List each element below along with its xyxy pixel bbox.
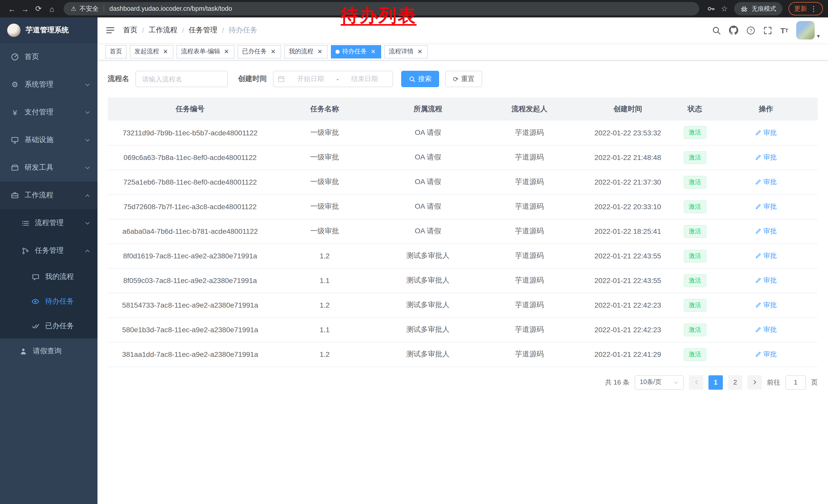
github-icon[interactable] [729,26,738,35]
sidebar-item-label: 系统管理 [25,80,53,89]
task-name-cell: 一级审批 [273,170,377,194]
update-chip[interactable]: 更新 ⋮ [788,2,823,15]
sidebar-item-done-tasks[interactable]: 已办任务 [0,314,97,338]
approve-button[interactable]: 审批 [755,128,777,137]
tab-close-icon[interactable] [162,48,169,55]
end-date-placeholder[interactable]: 结束日期 [341,74,388,84]
created-time-cell: 2022-01-21 22:42:23 [580,293,676,317]
table-row[interactable]: a6aba0a4-7b6d-11ec-b781-acde48001122 一级审… [108,219,818,243]
sidebar-item-process-mgmt[interactable]: 流程管理 [0,209,97,237]
fullscreen-icon[interactable] [763,26,772,35]
sidebar-item-task-mgmt[interactable]: 任务管理 [0,237,97,265]
breadcrumb-workflow[interactable]: 工作流程 [149,26,177,35]
avatar[interactable] [796,21,815,40]
status-badge: 激活 [684,274,706,287]
approve-button[interactable]: 审批 [755,153,777,162]
approve-button[interactable]: 审批 [755,301,777,310]
user-menu[interactable]: ▾ [796,21,820,40]
search-button[interactable]: 搜索 [401,71,439,87]
page-button-1[interactable]: 1 [708,375,723,390]
tab[interactable]: 我的流程 [284,45,328,58]
browser-back-icon[interactable]: ← [5,2,18,15]
tab-close-icon[interactable] [316,48,323,55]
created-time-cell: 2022-01-22 23:53:32 [580,121,676,145]
breadcrumb-home[interactable]: 首页 [123,26,137,35]
tab-close-icon[interactable] [369,48,377,55]
sidebar-item-my-process[interactable]: 我的流程 [0,265,97,289]
actions-cell: 审批 [714,243,818,268]
sidebar-item-infra[interactable]: 基础设施 [0,126,97,154]
page-size-select[interactable]: 10条/页 [634,375,684,390]
password-key-icon[interactable] [704,2,718,15]
browser-menu-icon[interactable]: ⋮ [810,5,817,13]
table-row[interactable]: 73211d9d-7b9b-11ec-b5b7-acde48001122 一级审… [108,121,818,145]
bookmark-star-icon[interactable]: ☆ [718,2,731,15]
sidebar-item-payment[interactable]: ¥ 支付管理 [0,98,97,126]
breadcrumb-separator: / [142,26,144,34]
tab[interactable]: 流程详情 [384,45,428,58]
approve-button[interactable]: 审批 [755,276,777,285]
approve-button[interactable]: 审批 [755,177,777,187]
browser-forward-icon[interactable]: → [18,2,32,15]
created-time-cell: 2022-01-22 20:33:10 [580,194,676,219]
tab-close-icon[interactable] [223,48,230,55]
approve-button[interactable]: 审批 [755,350,777,359]
goto-page-input[interactable] [785,375,806,390]
browser-reload-icon[interactable]: ⟳ [32,2,45,15]
sidebar-item-devtools[interactable]: 研发工具 [0,154,97,182]
table-row[interactable]: 580e1b3d-7ac8-11ec-a9e2-a2380e71991a 1.1… [108,317,818,342]
app-title: 芋道管理系统 [26,26,69,35]
table-row[interactable]: 069c6a63-7b8a-11ec-8ef0-acde48001122 一级审… [108,145,818,170]
date-range-picker[interactable]: 开始日期 - 结束日期 [273,71,393,87]
page-button-2[interactable]: 2 [728,375,742,390]
sidebar-item-label: 我的流程 [45,272,74,281]
date-range-separator: - [336,75,339,83]
sidebar-collapse-icon[interactable] [106,26,115,35]
prev-page-button[interactable] [689,375,703,390]
table-row[interactable]: 58154733-7ac8-11ec-a9e2-a2380e71991a 1.2… [108,293,818,317]
app-logo[interactable]: 芋道管理系统 [0,17,97,43]
approve-button[interactable]: 审批 [755,325,777,334]
process-cell: OA 请假 [377,219,479,243]
browser-home-icon[interactable]: ⌂ [45,2,58,15]
actions-cell: 审批 [714,170,818,194]
gear-icon: ⚙ [10,80,19,89]
table-row[interactable]: 381aa1dd-7ac8-11ec-a9e2-a2380e71991a 1.2… [108,342,818,367]
page-size-value: 10条/页 [640,378,662,386]
reset-button[interactable]: ⟳ 重置 [445,71,482,87]
font-size-icon[interactable]: TT [780,26,788,35]
tab[interactable]: 待办任务 [331,45,381,58]
help-icon[interactable]: ? [746,26,755,35]
starter-cell: 芋道源码 [479,243,580,268]
tab[interactable]: 发起流程 [130,45,173,58]
tab-close-icon[interactable] [269,48,277,55]
breadcrumb-separator: / [222,26,224,34]
sidebar-item-todo-tasks[interactable]: 待办任务 [0,289,97,314]
search-icon[interactable] [712,26,721,35]
sidebar-item-home[interactable]: 首页 [0,43,97,71]
starter-cell: 芋道源码 [479,317,580,342]
start-date-placeholder[interactable]: 开始日期 [287,74,334,84]
chevron-down-icon [85,82,90,87]
tab-close-icon[interactable] [416,48,423,55]
sidebar-item-leave-query[interactable]: 请假查询 [0,338,97,364]
approve-button[interactable]: 审批 [755,251,777,261]
update-label: 更新 [794,4,807,13]
process-name-input[interactable] [135,71,228,87]
next-page-button[interactable] [747,375,762,390]
address-divider [104,5,105,12]
table-row[interactable]: 75d72608-7b7f-11ec-a3c8-acde48001122 一级审… [108,194,818,219]
approve-button[interactable]: 审批 [755,227,777,236]
refresh-icon: ⟳ [453,75,459,83]
tab[interactable]: 首页 [105,45,127,58]
table-row[interactable]: 8f059c03-7ac8-11ec-a9e2-a2380e71991a 1.1… [108,268,818,293]
sidebar-item-workflow[interactable]: 工作流程 [0,182,97,209]
approve-button[interactable]: 审批 [755,202,777,211]
table-row[interactable]: 8f0d1619-7ac8-11ec-a9e2-a2380e71991a 1.2… [108,243,818,268]
tab[interactable]: 流程表单-编辑 [176,45,235,58]
table-row[interactable]: 725a1eb6-7b88-11ec-8ef0-acde48001122 一级审… [108,170,818,194]
sidebar-item-system[interactable]: ⚙ 系统管理 [0,71,97,98]
breadcrumb-task-mgmt[interactable]: 任务管理 [189,26,217,35]
starter-cell: 芋道源码 [479,342,580,367]
tab[interactable]: 已办任务 [238,45,281,58]
